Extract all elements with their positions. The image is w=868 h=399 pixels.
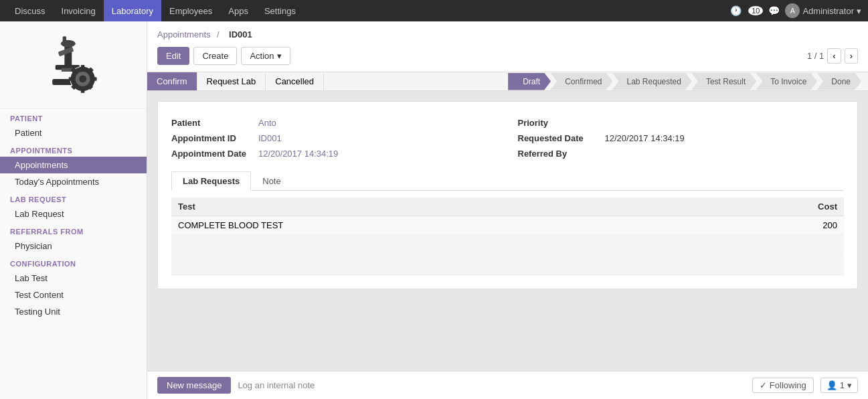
appointment-date-value[interactable]: 12/20/2017 14:34:19: [258, 149, 338, 159]
empty-row-1: [171, 235, 844, 255]
sidebar-item-physician[interactable]: Physician: [0, 238, 147, 254]
sidebar-section-referrals: Referrals From Physician: [0, 222, 147, 254]
workflow-step-draft[interactable]: Draft: [508, 73, 551, 90]
nav-apps[interactable]: Apps: [220, 0, 256, 21]
breadcrumb-separator: /: [217, 29, 220, 39]
nav-laboratory[interactable]: Laboratory: [104, 0, 161, 21]
table-header-row: Test Cost: [171, 197, 844, 216]
logo: [0, 21, 147, 109]
appointment-date-label: Appointment Date: [171, 149, 252, 159]
requested-date-label: Requested Date: [518, 133, 598, 143]
patient-label: Patient: [171, 118, 252, 128]
sidebar-item-patient[interactable]: Patient: [0, 125, 147, 141]
sidebar-section-appointments: Appointments Appointments Today's Appoin…: [0, 141, 147, 190]
cell-cost: 200: [699, 216, 844, 235]
chat-icon[interactable]: 💬: [768, 5, 780, 16]
breadcrumb-current: ID001: [229, 29, 252, 39]
person-icon: 👤: [827, 380, 837, 390]
bottom-bar: New message Log an internal note ✓ Follo…: [147, 371, 868, 399]
svg-rect-13: [68, 77, 72, 80]
sidebar-item-lab-test[interactable]: Lab Test: [0, 270, 147, 287]
form-card: Patient Anto Appointment ID ID001 Appoin…: [157, 101, 858, 289]
edit-button[interactable]: Edit: [157, 47, 189, 65]
cell-test: COMPLETE BLOOD TEST: [171, 216, 699, 235]
appointment-id-value[interactable]: ID001: [258, 133, 282, 143]
requested-date-field-row: Requested Date 12/20/2017 14:34:19: [518, 131, 845, 146]
followers-count: 1: [840, 380, 845, 390]
svg-rect-12: [80, 88, 84, 92]
tab-note[interactable]: Note: [251, 171, 292, 191]
requested-date-value: 12/20/2017 14:34:19: [605, 133, 685, 143]
following-section: ✓ Following 👤 1 ▾: [752, 378, 858, 393]
log-internal-note[interactable]: Log an internal note: [238, 380, 315, 390]
workflow-step-done[interactable]: Done: [816, 73, 861, 90]
sidebar-section-configuration: Configuration Lab Test Test Content Test…: [0, 254, 147, 320]
patient-field-row: Patient Anto: [171, 115, 498, 131]
priority-field-row: Priority: [518, 115, 845, 131]
toolbar: Edit Create Action ▾ 1 / 1 ‹ ›: [157, 47, 858, 72]
following-button[interactable]: ✓ Following: [752, 378, 814, 393]
svg-point-10: [79, 75, 86, 82]
section-title-referrals: Referrals From: [0, 222, 147, 238]
svg-rect-11: [80, 65, 84, 69]
followers-button[interactable]: 👤 1 ▾: [820, 378, 858, 393]
svg-rect-3: [62, 36, 66, 46]
navbar: Discuss Invoicing Laboratory Employees A…: [0, 0, 868, 21]
workflow-step-confirmed[interactable]: Confirmed: [550, 73, 612, 90]
lab-requests-table: Test Cost COMPLETE BLOOD TEST 200: [171, 197, 844, 275]
table-row[interactable]: COMPLETE BLOOD TEST 200: [171, 216, 844, 235]
sidebar-section-lab-request: Lab Request Lab Request: [0, 190, 147, 222]
avatar: A: [785, 3, 800, 18]
appointment-id-field-row: Appointment ID ID001: [171, 131, 498, 146]
workflow-step-lab-requested[interactable]: Lab Requested: [612, 73, 692, 90]
chevron-down-icon: ▾: [847, 380, 852, 390]
breadcrumb-parent[interactable]: Appointments: [157, 29, 211, 39]
workflow-step-test-result[interactable]: Test Result: [691, 73, 756, 90]
cancelled-button[interactable]: Cancelled: [266, 72, 324, 90]
chevron-down-icon: ▾: [857, 6, 861, 16]
checkmark-icon: ✓: [760, 380, 767, 390]
pagination-info: 1 / 1: [807, 51, 824, 61]
col-test: Test: [171, 197, 699, 216]
prev-page-button[interactable]: ‹: [827, 48, 841, 64]
section-title-appointments: Appointments: [0, 141, 147, 157]
notification-badge: 10: [748, 6, 763, 15]
sidebar-item-lab-request[interactable]: Lab Request: [0, 206, 147, 222]
nav-employees[interactable]: Employees: [161, 0, 220, 21]
referred-by-field-row: Referred By: [518, 146, 845, 161]
pagination: 1 / 1 ‹ ›: [807, 48, 858, 64]
sidebar-item-testing-unit[interactable]: Testing Unit: [0, 303, 147, 320]
nav-settings[interactable]: Settings: [256, 0, 304, 21]
form-right-col: Priority Requested Date 12/20/2017 14:34…: [518, 115, 845, 161]
content-area: Appointments / ID001 Edit Create Action …: [147, 21, 868, 399]
clock-icon[interactable]: 🕐: [730, 5, 742, 16]
next-page-button[interactable]: ›: [845, 48, 858, 64]
confirm-button[interactable]: Confirm: [147, 72, 197, 90]
sidebar-item-appointments[interactable]: Appointments: [0, 157, 147, 173]
action-button[interactable]: Action ▾: [241, 47, 290, 65]
form-fields: Patient Anto Appointment ID ID001 Appoin…: [171, 115, 844, 161]
admin-menu[interactable]: A Administrator ▾: [785, 3, 861, 18]
sidebar-item-test-content[interactable]: Test Content: [0, 287, 147, 303]
workflow-step-to-invoice[interactable]: To Invoice: [756, 73, 817, 90]
col-cost: Cost: [699, 197, 844, 216]
nav-invoicing[interactable]: Invoicing: [54, 0, 104, 21]
priority-label: Priority: [518, 118, 598, 128]
create-button[interactable]: Create: [193, 47, 237, 65]
sidebar: Patient Patient Appointments Appointment…: [0, 21, 147, 399]
breadcrumb: Appointments / ID001: [157, 28, 858, 40]
nav-discuss[interactable]: Discuss: [7, 0, 54, 21]
request-lab-button[interactable]: Request Lab: [197, 72, 266, 90]
section-title-lab-request: Lab Request: [0, 190, 147, 206]
sidebar-item-todays-appointments[interactable]: Today's Appointments: [0, 173, 147, 190]
admin-label: Administrator: [802, 6, 854, 16]
content-header: Appointments / ID001 Edit Create Action …: [147, 21, 868, 72]
appointment-date-field-row: Appointment Date 12/20/2017 14:34:19: [171, 146, 498, 161]
chevron-down-icon: ▾: [277, 51, 282, 61]
tab-lab-requests[interactable]: Lab Requests: [171, 171, 251, 191]
section-title-configuration: Configuration: [0, 254, 147, 270]
new-message-button[interactable]: New message: [157, 377, 231, 394]
section-title-patient: Patient: [0, 109, 147, 125]
patient-value[interactable]: Anto: [258, 118, 276, 128]
empty-row-2: [171, 255, 844, 275]
